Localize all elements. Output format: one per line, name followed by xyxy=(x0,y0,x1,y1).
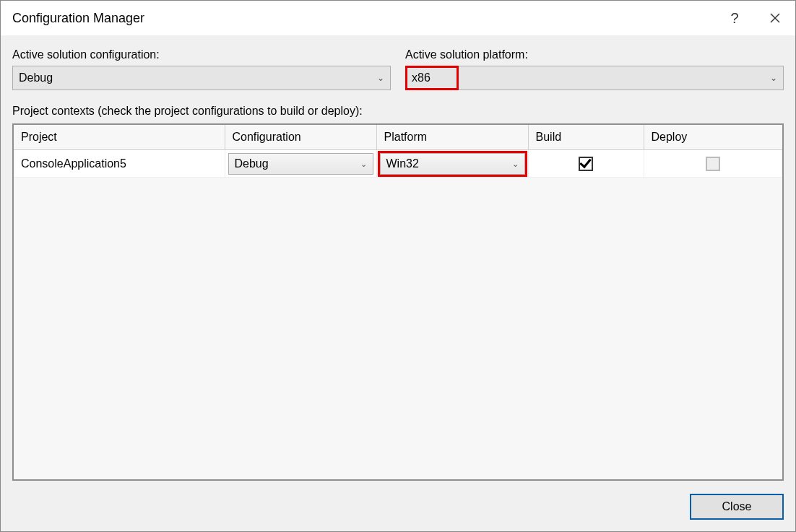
help-button[interactable]: ? xyxy=(714,1,755,35)
chevron-down-icon: ⌄ xyxy=(770,73,777,83)
table-header-row: Project Configuration Platform Build Dep… xyxy=(14,125,782,150)
active-config-block: Active solution configuration: Debug ⌄ xyxy=(12,48,391,90)
active-config-label: Active solution configuration: xyxy=(12,48,391,61)
row-platform-dropdown[interactable]: Win32 ⌄ xyxy=(380,153,525,175)
row-config-dropdown[interactable]: Debug ⌄ xyxy=(228,153,373,175)
cell-build xyxy=(528,150,644,178)
project-name: ConsoleApplication5 xyxy=(14,157,225,170)
close-icon xyxy=(770,13,780,23)
active-platform-block: Active solution platform: x86 ⌄ xyxy=(405,48,784,90)
active-config-value: Debug xyxy=(19,71,373,84)
build-checkbox[interactable] xyxy=(579,157,593,171)
table-empty-area xyxy=(14,178,782,479)
active-platform-dropdown[interactable]: x86 ⌄ xyxy=(405,66,784,90)
active-config-dropdown[interactable]: Debug ⌄ xyxy=(12,66,391,90)
active-platform-value: x86 xyxy=(412,71,766,84)
header-configuration[interactable]: Configuration xyxy=(225,125,376,150)
close-window-button[interactable] xyxy=(755,1,795,35)
chevron-down-icon: ⌄ xyxy=(360,159,367,168)
window-title: Configuration Manager xyxy=(12,11,714,26)
header-project[interactable]: Project xyxy=(14,125,225,150)
close-button[interactable]: Close xyxy=(690,494,784,520)
header-build[interactable]: Build xyxy=(528,125,644,150)
header-deploy[interactable]: Deploy xyxy=(644,125,782,150)
cell-platform: Win32 ⌄ xyxy=(376,150,528,178)
contexts-table: Project Configuration Platform Build Dep… xyxy=(14,125,782,178)
dialog-footer: Close xyxy=(12,481,784,520)
header-platform[interactable]: Platform xyxy=(376,125,528,150)
chevron-down-icon: ⌄ xyxy=(377,73,384,83)
content-area: Active solution configuration: Debug ⌄ A… xyxy=(1,35,795,531)
title-bar: Configuration Manager ? xyxy=(1,1,795,35)
cell-deploy xyxy=(644,150,782,178)
cell-configuration: Debug ⌄ xyxy=(225,150,376,178)
table-row: ConsoleApplication5 Debug ⌄ Win32 ⌄ xyxy=(14,150,782,178)
deploy-checkbox xyxy=(706,157,720,171)
row-config-value: Debug xyxy=(235,157,269,170)
project-contexts-label: Project contexts (check the project conf… xyxy=(12,105,784,118)
active-solution-row: Active solution configuration: Debug ⌄ A… xyxy=(12,48,784,90)
cell-project: ConsoleApplication5 xyxy=(14,150,225,178)
row-platform-value: Win32 xyxy=(386,157,419,170)
active-platform-label: Active solution platform: xyxy=(405,48,784,61)
chevron-down-icon: ⌄ xyxy=(512,159,519,168)
project-contexts-table: Project Configuration Platform Build Dep… xyxy=(12,123,784,481)
